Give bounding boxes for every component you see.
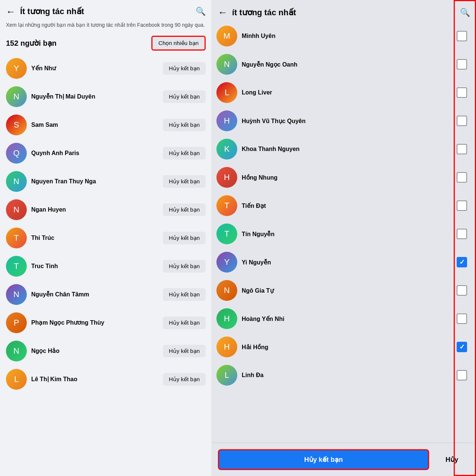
friend-name: Truc Tinh xyxy=(31,263,158,270)
unfriend-button[interactable]: Hủy kết bạn xyxy=(163,288,206,301)
avatar[interactable]: N xyxy=(6,341,27,361)
select-checkbox[interactable] xyxy=(457,342,467,352)
friend-name: Lê Thị Kim Thao xyxy=(31,376,158,383)
select-checkbox[interactable] xyxy=(457,172,467,183)
friend-name: Hoàng Yến Nhi xyxy=(242,315,448,322)
right-list-item: H Hoàng Yến Nhi xyxy=(212,305,476,333)
friend-name: Nguyễn Ngọc Oanh xyxy=(242,61,448,68)
avatar[interactable]: N xyxy=(216,280,237,301)
avatar[interactable]: M xyxy=(216,26,237,46)
avatar[interactable]: H xyxy=(216,110,237,131)
select-checkbox[interactable] xyxy=(457,285,467,296)
checkbox-container xyxy=(452,116,472,126)
left-list-item: L Lê Thị Kim Thao Hủy kết bạn xyxy=(0,365,212,393)
unfriend-button[interactable]: Hủy kết bạn xyxy=(163,345,206,357)
select-checkbox[interactable] xyxy=(457,31,467,41)
page-description: Xem lại những người bạn mà bạn ít tương … xyxy=(0,20,212,33)
checkbox-container xyxy=(452,370,472,380)
friend-name: Huỳnh Vũ Thục Quyên xyxy=(242,118,448,125)
avatar[interactable]: L xyxy=(6,369,27,390)
left-header: ← Ít tương tác nhất 🔍 xyxy=(0,0,212,20)
friend-name: Long Liver xyxy=(242,89,448,96)
select-checkbox[interactable] xyxy=(457,313,467,324)
friend-name: Nguyễn Chân Tâmm xyxy=(31,291,158,298)
back-button[interactable]: ← xyxy=(6,7,16,16)
friend-count: 152 người bạn xyxy=(6,39,57,48)
avatar[interactable]: T xyxy=(6,256,27,277)
avatar[interactable]: T xyxy=(216,223,237,244)
right-list-item: M Minhh Uyên xyxy=(212,22,476,50)
right-page-title: ít tương tác nhất xyxy=(232,8,456,17)
right-list-item: N Ngô Gia Tự xyxy=(212,276,476,305)
huy-ket-ban-main-button[interactable]: Hủy kết bạn xyxy=(218,449,429,470)
avatar[interactable]: N xyxy=(6,86,27,107)
chon-nhieu-ban-button[interactable]: Chọn nhiều bạn xyxy=(151,36,206,51)
avatar[interactable]: T xyxy=(6,228,27,248)
unfriend-button[interactable]: Hủy kết bạn xyxy=(163,175,206,188)
avatar[interactable]: S xyxy=(6,115,27,135)
right-list-item: L Long Liver xyxy=(212,78,476,107)
avatar[interactable]: Y xyxy=(216,252,237,273)
right-list-item: L Linh Đa xyxy=(212,361,476,389)
avatar[interactable]: Y xyxy=(6,58,27,79)
avatar[interactable]: L xyxy=(216,365,237,386)
select-checkbox[interactable] xyxy=(457,257,467,267)
friend-name: Hồng Nhung xyxy=(242,174,448,181)
select-checkbox[interactable] xyxy=(457,229,467,239)
left-list-item: S Sam Sam Hủy kết bạn xyxy=(0,111,212,139)
avatar[interactable]: N xyxy=(6,199,27,220)
unfriend-button[interactable]: Hủy kết bạn xyxy=(163,119,206,131)
avatar[interactable]: N xyxy=(6,171,27,192)
select-checkbox[interactable] xyxy=(457,200,467,211)
left-list-item: N Ngan Huyen Hủy kết bạn xyxy=(0,196,212,224)
checkbox-container xyxy=(452,313,472,324)
unfriend-button[interactable]: Hủy kết bạn xyxy=(163,373,206,386)
huy-button[interactable]: Hủy xyxy=(434,449,470,470)
avatar[interactable]: H xyxy=(216,337,237,357)
avatar[interactable]: N xyxy=(216,54,237,75)
right-list-item: H Hải Hồng xyxy=(212,333,476,361)
select-checkbox[interactable] xyxy=(457,116,467,126)
avatar[interactable]: Q xyxy=(6,143,27,164)
avatar[interactable]: K xyxy=(216,139,237,160)
select-checkbox[interactable] xyxy=(457,59,467,70)
unfriend-button[interactable]: Hủy kết bạn xyxy=(163,232,206,244)
unfriend-button[interactable]: Hủy kết bạn xyxy=(163,90,206,103)
unfriend-button[interactable]: Hủy kết bạn xyxy=(163,147,206,160)
avatar[interactable]: L xyxy=(216,82,237,103)
select-checkbox[interactable] xyxy=(457,87,467,98)
friend-name: Yi Nguyễn xyxy=(242,259,448,266)
unfriend-button[interactable]: Hủy kết bạn xyxy=(163,316,206,329)
checkbox-container xyxy=(452,342,472,352)
friend-name: Phạm Ngọc Phương Thùy xyxy=(31,319,158,326)
unfriend-button[interactable]: Hủy kết bạn xyxy=(163,260,206,273)
friend-name: Nguyen Tran Thuy Nga xyxy=(31,178,158,185)
left-list-item: N Ngọc Hảo Hủy kết bạn xyxy=(0,337,212,365)
avatar[interactable]: H xyxy=(216,167,237,188)
friend-name: Ngan Huyen xyxy=(31,206,158,213)
page-title: Ít tương tác nhất xyxy=(20,7,191,16)
right-friend-list: M Minhh Uyên N Nguyễn Ngọc Oanh L Long L… xyxy=(212,22,476,476)
friend-name: Sam Sam xyxy=(31,122,158,128)
avatar[interactable]: N xyxy=(6,284,27,305)
friend-name: Khoa Thanh Nguyen xyxy=(242,146,448,152)
unfriend-button[interactable]: Hủy kết bạn xyxy=(163,62,206,75)
select-checkbox[interactable] xyxy=(457,144,467,154)
right-header: ← ít tương tác nhất 🔍 xyxy=(212,0,476,22)
right-back-button[interactable]: ← xyxy=(218,7,228,18)
friend-name: Hải Hồng xyxy=(242,344,448,351)
friend-name: Minhh Uyên xyxy=(242,33,448,39)
right-panel: ← ít tương tác nhất 🔍 M Minhh Uyên N Ngu… xyxy=(212,0,476,476)
left-list-item: T Truc Tinh Hủy kết bạn xyxy=(0,252,212,280)
count-row: 152 người bạn Chọn nhiều bạn xyxy=(0,33,212,54)
checkbox-container xyxy=(452,87,472,98)
friend-name: Linh Đa xyxy=(242,372,448,379)
friend-name: Ngọc Hảo xyxy=(31,347,158,354)
avatar[interactable]: H xyxy=(216,308,237,329)
avatar[interactable]: T xyxy=(216,195,237,216)
avatar[interactable]: P xyxy=(6,312,27,333)
search-button[interactable]: 🔍 xyxy=(196,7,206,16)
right-search-button[interactable]: 🔍 xyxy=(460,8,470,17)
unfriend-button[interactable]: Hủy kết bạn xyxy=(163,203,206,216)
select-checkbox[interactable] xyxy=(457,370,467,380)
